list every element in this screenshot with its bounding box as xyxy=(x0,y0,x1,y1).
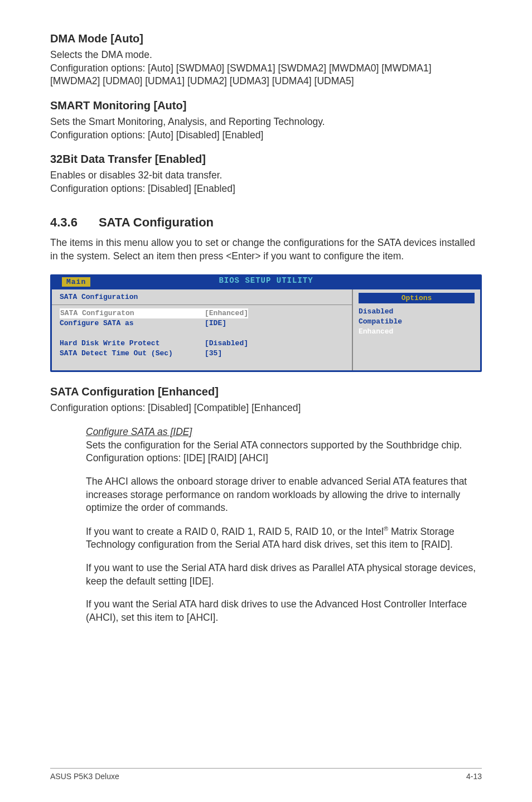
body-text: Configuration options: [Disabled] [Compa… xyxy=(50,402,482,415)
heading-32bit-transfer: 32Bit Data Transfer [Enabled] xyxy=(50,153,482,166)
bios-body: SATA Configuration SATA Configuraton [En… xyxy=(52,289,480,370)
page-footer: ASUS P5K3 Deluxe 4-13 xyxy=(50,768,482,781)
bios-value: [Disabled] xyxy=(205,339,248,349)
paragraph: The AHCI allows the onboard storage driv… xyxy=(86,475,476,515)
body-text: Enables or disables 32-bit data transfer… xyxy=(50,169,482,195)
bios-option: Disabled xyxy=(359,307,475,317)
intro-paragraph: The items in this menu allow you to set … xyxy=(50,236,482,263)
bios-tab-main: Main xyxy=(62,277,90,287)
heading-dma-mode: DMA Mode [Auto] xyxy=(50,32,482,45)
heading-436: 4.3.6SATA Configuration xyxy=(50,215,482,230)
bios-label: SATA Detect Time Out (Sec) xyxy=(60,349,205,359)
bios-row-selected: SATA Configuraton [Enhanced] xyxy=(60,308,344,318)
bios-title-text: BIOS SETUP UTILITY xyxy=(219,276,313,285)
bios-value: [IDE] xyxy=(205,318,226,328)
bios-option: Compatible xyxy=(359,317,475,327)
bios-label: SATA Configuraton xyxy=(60,308,205,318)
bios-right-pane: Options Disabled Compatible Enhanced xyxy=(353,289,480,370)
bios-value: [Enhanced] xyxy=(205,308,248,318)
heading-sata-config-enhanced: SATA Configuration [Enhanced] xyxy=(50,385,482,398)
paragraph: If you want to use the Serial ATA hard d… xyxy=(86,562,476,588)
registered-mark: ® xyxy=(384,525,388,532)
indented-subsection: Configure SATA as [IDE] Sets the configu… xyxy=(86,426,476,624)
footer-left: ASUS P5K3 Deluxe xyxy=(50,772,119,781)
heading-title: SATA Configuration xyxy=(99,215,214,229)
bios-section-heading: SATA Configuration xyxy=(60,293,344,301)
text-fragment: If you want to create a RAID 0, RAID 1, … xyxy=(86,526,384,537)
paragraph: If you want the Serial ATA hard disk dri… xyxy=(86,598,476,624)
bios-row: Hard Disk Write Protect [Disabled] xyxy=(60,339,344,349)
heading-number: 4.3.6 xyxy=(50,215,78,230)
bios-row: SATA Detect Time Out (Sec) [35] xyxy=(60,349,344,359)
text-line: Selects the DMA mode. xyxy=(50,49,152,60)
footer-right: 4-13 xyxy=(466,772,482,781)
bios-label: Hard Disk Write Protect xyxy=(60,339,205,349)
bios-separator xyxy=(52,305,352,305)
bios-options-header: Options xyxy=(359,293,475,303)
bios-label: Configure SATA as xyxy=(60,318,205,328)
body-text: Sets the Smart Monitoring, Analysis, and… xyxy=(50,115,482,142)
bios-row-spacer xyxy=(60,328,344,339)
bios-option-selected: Enhanced xyxy=(359,327,475,337)
bios-title-bar: Main BIOS SETUP UTILITY xyxy=(52,276,480,289)
text-line: Configuration options: [Auto] [SWDMA0] [… xyxy=(50,62,432,87)
subheading-configure-sata: Configure SATA as [IDE] xyxy=(86,426,476,439)
bios-screenshot: Main BIOS SETUP UTILITY SATA Configurati… xyxy=(50,274,482,372)
bios-value: [35] xyxy=(205,349,222,359)
text-line: Configuration options: [Disabled] [Enabl… xyxy=(50,183,235,194)
text-line: Configuration options: [Auto] [Disabled]… xyxy=(50,129,263,141)
bios-left-pane: SATA Configuration SATA Configuraton [En… xyxy=(52,289,353,370)
body-text: Selects the DMA mode. Configuration opti… xyxy=(50,49,482,88)
heading-smart-monitoring: SMART Monitoring [Auto] xyxy=(50,99,482,112)
text-line: Sets the Smart Monitoring, Analysis, and… xyxy=(50,116,325,127)
paragraph: Sets the configuration for the Serial AT… xyxy=(86,439,476,465)
text-line: Enables or disables 32-bit data transfer… xyxy=(50,170,222,181)
paragraph: If you want to create a RAID 0, RAID 1, … xyxy=(86,525,476,552)
bios-row: Configure SATA as [IDE] xyxy=(60,318,344,328)
